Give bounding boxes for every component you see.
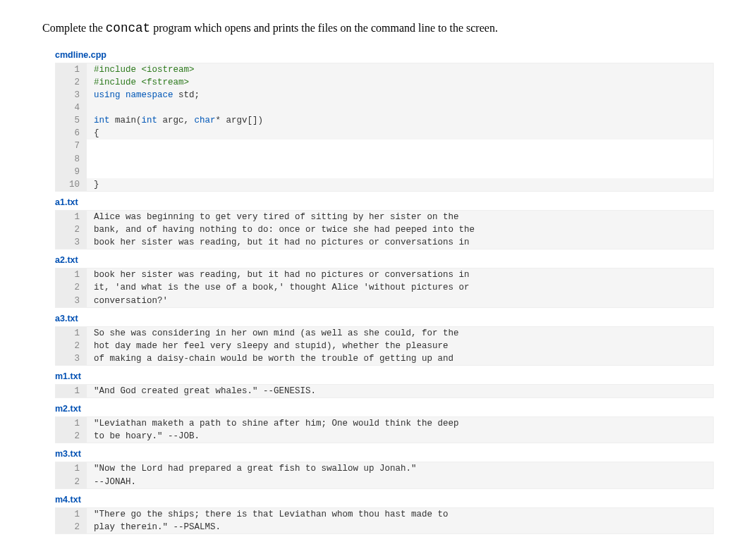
code-line: 2hot day made her feel very sleepy and s… — [56, 340, 713, 352]
line-number: 1 — [56, 63, 87, 76]
code-line: 2to be hoary." --JOB. — [56, 430, 713, 443]
code-line: 1So she was considering in her own mind … — [56, 327, 713, 340]
line-content[interactable] — [87, 166, 713, 178]
line-number: 2 — [56, 223, 87, 236]
filename-label: a1.txt — [55, 197, 714, 207]
line-number: 1 — [56, 327, 87, 340]
line-content: Alice was beginning to get very tired of… — [87, 211, 459, 223]
line-content[interactable] — [87, 140, 713, 152]
line-content: So she was considering in her own mind (… — [87, 327, 459, 340]
line-number: 2 — [56, 76, 87, 89]
line-content: "Leviathan maketh a path to shine after … — [87, 417, 459, 430]
code-line: 1"Leviathan maketh a path to shine after… — [56, 417, 713, 430]
code-line: 3book her sister was reading, but it had… — [56, 236, 713, 249]
code-line: 1"Now the Lord had prepared a great fish… — [56, 462, 713, 475]
line-number: 2 — [56, 340, 87, 352]
code-line: 4 — [56, 101, 713, 114]
line-number: 2 — [56, 430, 87, 443]
line-number: 7 — [56, 140, 87, 152]
line-content: } — [87, 178, 99, 191]
line-number: 4 — [56, 101, 87, 114]
line-number: 1 — [56, 385, 87, 397]
line-number: 3 — [56, 352, 87, 365]
line-content — [87, 101, 94, 114]
filename-label: a3.txt — [55, 314, 714, 323]
line-content: #include <fstream> — [87, 76, 189, 89]
instruction-pre: Complete the — [42, 22, 106, 34]
code-block: 1book her sister was reading, but it had… — [55, 268, 714, 307]
line-content: book her sister was reading, but it had … — [87, 268, 470, 281]
line-number: 3 — [56, 236, 87, 249]
instruction-text: Complete the concat program which opens … — [42, 20, 714, 37]
code-block: 1"There go the ships; there is that Levi… — [55, 507, 714, 534]
line-content: { — [87, 127, 99, 140]
code-line: 10} — [56, 178, 713, 191]
code-line: 2bank, and of having nothing to do: once… — [56, 223, 713, 236]
line-number: 6 — [56, 127, 87, 140]
line-number: 3 — [56, 89, 87, 101]
line-number: 5 — [56, 114, 87, 127]
line-number: 1 — [56, 508, 87, 521]
line-number: 9 — [56, 166, 87, 178]
line-number: 1 — [56, 268, 87, 281]
line-number: 3 — [56, 295, 87, 307]
code-line: 1"And God created great whales." --GENES… — [56, 385, 713, 397]
code-line[interactable]: 9 — [56, 166, 713, 178]
line-number: 1 — [56, 417, 87, 430]
line-content: using namespace std; — [87, 89, 200, 101]
line-content: hot day made her feel very sleepy and st… — [87, 340, 449, 352]
line-content[interactable] — [87, 153, 713, 166]
filename-label: m1.txt — [55, 371, 714, 381]
line-number: 2 — [56, 476, 87, 488]
line-content: play therein." --PSALMS. — [87, 521, 221, 533]
instruction-post: program which opens and prints the files… — [150, 22, 498, 34]
line-number: 10 — [56, 178, 87, 191]
filename-label: a2.txt — [55, 255, 714, 265]
filename-label: m2.txt — [55, 404, 714, 414]
code-line: 1"There go the ships; there is that Levi… — [56, 508, 713, 521]
line-content: #include <iostream> — [87, 63, 195, 76]
code-line[interactable]: 8 — [56, 153, 713, 166]
code-block: 1Alice was beginning to get very tired o… — [55, 210, 714, 249]
code-line: 6{ — [56, 127, 713, 140]
line-content: of making a daisy-chain would be worth t… — [87, 352, 453, 365]
code-block: 1#include <iostream>2#include <fstream>3… — [55, 63, 714, 192]
code-line: 3using namespace std; — [56, 89, 713, 101]
filename-label: cmdline.cpp — [55, 50, 714, 60]
code-line: 5int main(int argc, char* argv[]) — [56, 114, 713, 127]
line-number: 1 — [56, 462, 87, 475]
code-line: 2#include <fstream> — [56, 76, 713, 89]
line-content: "And God created great whales." --GENESI… — [87, 385, 316, 397]
code-block: 1"Now the Lord had prepared a great fish… — [55, 462, 714, 488]
instruction-code: concat — [106, 21, 150, 35]
code-line: 2--JONAH. — [56, 476, 713, 488]
code-line: 1Alice was beginning to get very tired o… — [56, 211, 713, 223]
code-line: 3conversation?' — [56, 295, 713, 307]
line-content: it, 'and what is the use of a book,' tho… — [87, 281, 470, 294]
line-number: 1 — [56, 211, 87, 223]
code-line: 1#include <iostream> — [56, 63, 713, 76]
code-line: 1book her sister was reading, but it had… — [56, 268, 713, 281]
code-line: 2it, 'and what is the use of a book,' th… — [56, 281, 713, 294]
line-number: 2 — [56, 521, 87, 533]
filename-label: m4.txt — [55, 495, 714, 505]
line-content: "There go the ships; there is that Levia… — [87, 508, 449, 521]
code-line: 2play therein." --PSALMS. — [56, 521, 713, 533]
line-content: --JONAH. — [87, 476, 136, 488]
line-content: conversation?' — [87, 295, 168, 307]
code-block: 1"Leviathan maketh a path to shine after… — [55, 416, 714, 443]
filename-label: m3.txt — [55, 449, 714, 459]
line-content: "Now the Lord had prepared a great fish … — [87, 462, 417, 475]
line-content: bank, and of having nothing to do: once … — [87, 223, 475, 236]
code-block: 1"And God created great whales." --GENES… — [55, 384, 714, 398]
line-number: 8 — [56, 153, 87, 166]
line-number: 2 — [56, 281, 87, 294]
line-content: book her sister was reading, but it had … — [87, 236, 470, 249]
code-line: 3of making a daisy-chain would be worth … — [56, 352, 713, 365]
line-content: to be hoary." --JOB. — [87, 430, 200, 443]
code-block: 1So she was considering in her own mind … — [55, 326, 714, 366]
code-line[interactable]: 7 — [56, 140, 713, 152]
line-content: int main(int argc, char* argv[]) — [87, 114, 263, 127]
